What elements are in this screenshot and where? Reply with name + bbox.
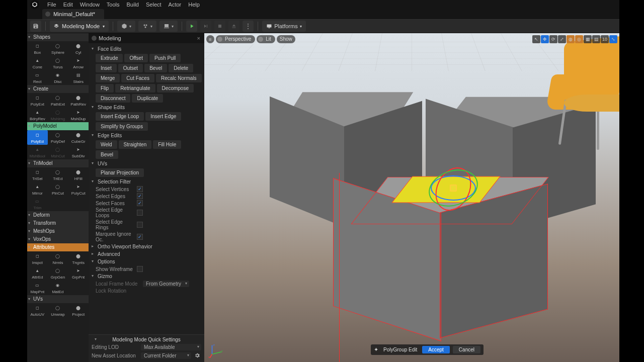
check-select-edge-rings[interactable]: Select Edge Rings	[91, 219, 202, 231]
tool-rect[interactable]: ▭Rect	[27, 70, 48, 85]
tool-pathrev[interactable]: ⬤PathRev	[68, 93, 89, 108]
rotate-mode-icon[interactable]: ⟳	[549, 35, 557, 43]
op-inset[interactable]: Inset	[96, 64, 117, 72]
category-shapes[interactable]: Shapes	[27, 33, 89, 41]
maximize-viewport-icon[interactable]: ⤡	[609, 35, 617, 43]
menu-help[interactable]: Help	[188, 2, 200, 8]
tool-autouv[interactable]: ◻AutoUV	[27, 303, 48, 318]
check-select-edge-loops[interactable]: Select Edge Loops	[91, 207, 202, 219]
op-bevel[interactable]: Bevel	[144, 64, 167, 72]
category-uvs[interactable]: UVs	[27, 295, 89, 303]
scale-mode-icon[interactable]: ⤢	[558, 35, 566, 43]
transform-gizmo[interactable]	[426, 161, 481, 217]
tool-sphere[interactable]: ◯Sphere	[48, 41, 68, 56]
editor-mode-combo[interactable]: Modeling Mode ▾	[50, 21, 109, 32]
grid-icon[interactable]: ▤	[592, 35, 600, 43]
op-duplicate[interactable]: Duplicate	[132, 94, 163, 103]
check-marquee-ignore-oc.[interactable]: Marquee Ignore Oc.	[91, 231, 202, 243]
check-show-wireframe[interactable]: Show Wireframe	[91, 265, 202, 273]
op-insert-edge[interactable]: Insert Edge	[145, 112, 181, 121]
viewport[interactable]: ≡ Perspective Lit Show ↖ ✥ ⟳ ⤢ ◍ ◎ ▦ ▤ 1…	[204, 33, 619, 362]
tool-polyed[interactable]: ◻PolyEd	[27, 130, 48, 145]
category-meshops[interactable]: MeshOps	[27, 227, 89, 235]
snap-grid-icon[interactable]: ▦	[584, 35, 592, 43]
menu-actor[interactable]: Actor	[169, 2, 182, 8]
tool-mshcut[interactable]: ◯MshCut	[48, 145, 68, 159]
viewport-perspective[interactable]: Perspective	[216, 35, 255, 43]
platforms-combo[interactable]: Platforms ▾	[262, 21, 305, 32]
category-voxops[interactable]: VoxOps	[27, 235, 89, 243]
tool-plncut[interactable]: ◯PlnCut	[48, 182, 68, 197]
op-push-pull[interactable]: Push Pull	[149, 54, 181, 62]
tool-pathext[interactable]: ◯PathExt	[48, 93, 68, 108]
marketplace-button[interactable]: ▾	[138, 21, 156, 32]
section-advanced[interactable]: Advanced	[91, 250, 202, 258]
world-local-icon[interactable]: ◍	[567, 35, 575, 43]
section-selection-filter[interactable]: Selection Filter	[91, 178, 202, 186]
tool-inspct[interactable]: ◻Inspct	[27, 251, 48, 266]
viewport-show[interactable]: Show	[277, 35, 295, 43]
gear-icon[interactable]	[193, 351, 201, 359]
op-extrude[interactable]: Extrude	[96, 54, 123, 62]
menu-build[interactable]: Build	[127, 2, 139, 8]
check-select-faces[interactable]: Select Faces	[91, 200, 202, 207]
category-transform[interactable]: Transform	[27, 219, 89, 227]
tool-mshlrng[interactable]: ◯Mshlrng	[48, 108, 68, 122]
tool-attred[interactable]: ▲AttrEd	[27, 266, 48, 281]
stop-button[interactable]	[214, 21, 225, 32]
viewport-menu-icon[interactable]: ≡	[206, 35, 214, 43]
level-tab[interactable]: Minimal_Default*	[42, 9, 104, 19]
cinematics-button[interactable]: ▾	[159, 21, 178, 32]
tool-box[interactable]: ◻Box	[27, 41, 48, 56]
section-shape-edits[interactable]: Shape Edits	[91, 104, 202, 111]
select-mode-icon[interactable]: ↖	[532, 35, 540, 43]
op-offset[interactable]: Offset	[124, 54, 148, 62]
eject-button[interactable]	[228, 21, 239, 32]
tool-cyl[interactable]: ⬤Cyl	[68, 41, 89, 56]
op-fill-hole[interactable]: Fill Hole	[153, 140, 181, 149]
play-options-button[interactable]: ⋮	[243, 21, 254, 32]
cancel-button[interactable]: Cancel	[453, 346, 480, 353]
category-create[interactable]: Create	[27, 85, 89, 93]
save-button[interactable]	[30, 21, 41, 32]
tool-tried[interactable]: ◯TriEd	[48, 167, 68, 182]
op-simplify-by-groups[interactable]: Simplify by Groups	[96, 122, 148, 131]
op-recalc-normals[interactable]: Recalc Normals	[156, 74, 202, 82]
tool-polydef[interactable]: ◯PolyDef	[48, 130, 68, 145]
section-options[interactable]: Options	[91, 258, 202, 265]
tool-grppnt[interactable]: ➤GrpPnt	[68, 266, 89, 281]
tool-nrmls[interactable]: ◯Nrmls	[48, 251, 68, 266]
tool-project[interactable]: ⬤Project	[68, 303, 89, 318]
category-attributes[interactable]: Attributes	[27, 243, 89, 251]
tool-subdiv[interactable]: ➤SubDiv	[68, 145, 89, 159]
tool-mated[interactable]: ◉MatEd	[48, 281, 68, 295]
tool-trisel[interactable]: ◻TriSel	[27, 167, 48, 182]
tool-mshdup[interactable]: ➤MshDup	[68, 108, 89, 122]
tool-tngnts[interactable]: ⬤Tngnts	[68, 251, 89, 266]
op-outset[interactable]: Outset	[118, 64, 143, 72]
accept-button[interactable]: Accept	[422, 346, 450, 353]
section-face-edits[interactable]: Face Edits	[91, 45, 202, 53]
menu-edit[interactable]: Edit	[63, 2, 73, 8]
section-gizmo[interactable]: Gizmo	[91, 273, 202, 280]
section-uvs[interactable]: UVs	[91, 160, 202, 167]
play-button[interactable]	[186, 21, 197, 32]
camera-speed[interactable]: 10	[601, 35, 609, 43]
op-delete[interactable]: Delete	[169, 64, 193, 72]
section-ortho-viewport-behavior[interactable]: Ortho Viewport Behavior	[91, 243, 202, 250]
add-content-button[interactable]: ▾	[117, 21, 135, 32]
tool-grpgen[interactable]: ◯GrpGen	[48, 266, 68, 281]
tool-polyext[interactable]: ◻PolyExt	[27, 93, 48, 108]
modeling-panel-tab[interactable]: Modeling×	[89, 33, 204, 43]
menu-tools[interactable]: Tools	[107, 2, 120, 8]
tool-polycut[interactable]: ➤PolyCut	[68, 182, 89, 197]
op-planar-projection[interactable]: Planar Projection	[96, 168, 144, 177]
quick-settings-title[interactable]: Modeling Mode Quick Settings	[92, 336, 201, 343]
tool-mshbool[interactable]: ▲MshBool	[27, 145, 48, 159]
tool-cone[interactable]: ▲Cone	[27, 56, 48, 70]
quick-new-asset-location[interactable]: New Asset LocationCurrent Folder	[92, 351, 201, 360]
category-deform[interactable]: Deform	[27, 211, 89, 219]
tool-hfill[interactable]: ⬤HFill	[68, 167, 89, 182]
op-cut-faces[interactable]: Cut Faces	[121, 74, 154, 82]
tool-bdryrev[interactable]: ▲BdryRev	[27, 108, 48, 122]
